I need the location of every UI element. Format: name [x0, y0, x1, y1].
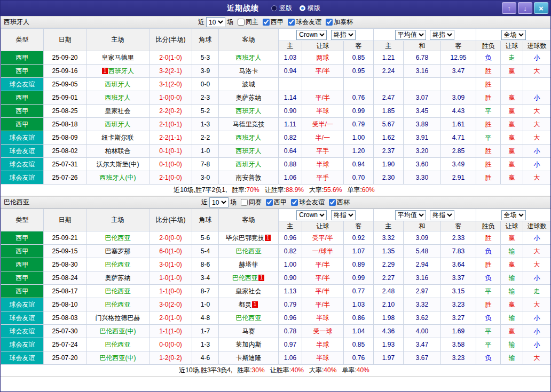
avg-draw-cell: 3.16 [404, 271, 441, 285]
team-name: 巴伦西亚 [105, 234, 131, 242]
odds-company-select[interactable]: Crown [296, 210, 327, 220]
checkbox-input[interactable] [241, 199, 248, 206]
checkbox-input[interactable] [263, 19, 270, 26]
date-cell: 25-09-01 [44, 91, 86, 105]
card-badge: 1 [102, 68, 108, 74]
filter-laliga-checkbox[interactable]: 西甲 [266, 198, 287, 207]
handicap-result-cell: 赢 [501, 131, 523, 145]
checkbox-input[interactable] [291, 199, 298, 206]
checkbox-input[interactable] [326, 19, 333, 26]
wdl-result-cell: 平 [476, 105, 501, 118]
col-header-score: 比分(半场) [149, 209, 192, 231]
avg-final-select[interactable]: 终指 [430, 210, 454, 220]
avg-home-cell: 1.90 [374, 158, 404, 171]
home-team-cell: 巴塞罗那 [86, 245, 149, 258]
scope-select[interactable]: 全场 [501, 30, 526, 40]
away-team-cell: 都灵1 [219, 298, 279, 311]
handicap-cell: 平手 [302, 145, 344, 158]
stat-value: 70% [247, 186, 259, 194]
date-cell: 25-08-10 [44, 298, 86, 311]
stat-value: 88.9% [286, 186, 304, 194]
col-header-result-goals: 进球数 [523, 221, 551, 231]
filter-bar: 近 10 场 同主 西甲 球会友谊 加泰杯 [1, 17, 550, 28]
summary-prefix: 近10场,胜3平3负4, [179, 366, 232, 375]
summary-stat: 单率:60% [347, 186, 374, 195]
league-cell: 球会友谊 [1, 298, 44, 311]
avg-final-select[interactable]: 终指 [430, 30, 454, 40]
handicap-result-cell: 走 [501, 51, 523, 65]
corner-cell: 2-2 [192, 131, 219, 145]
col-header-odds-home: 主 [279, 41, 302, 51]
filter-laliga-checkbox[interactable]: 西甲 [263, 18, 284, 27]
team-name: 巴伦西亚 [105, 261, 131, 268]
odds-final-select[interactable]: 终指 [331, 30, 356, 40]
col-header-home: 主场 [86, 209, 149, 231]
matches-label: 场 [230, 198, 237, 207]
filter-cup-checkbox[interactable]: 西杯 [329, 198, 350, 207]
view-option-vertical[interactable]: 竖版 [271, 4, 292, 13]
filter-same-checkbox[interactable]: 同主 [238, 18, 258, 27]
away-team-cell: 奥萨苏纳 [219, 91, 279, 105]
league-cell: 球会友谊 [1, 351, 44, 365]
filter-cup-checkbox[interactable]: 加泰杯 [326, 18, 353, 27]
team-name: 柏林联合 [105, 147, 131, 155]
view-option-horizontal[interactable]: 横版 [300, 4, 320, 13]
date-cell: 25-09-20 [44, 51, 86, 65]
home-odds-cell: 0.90 [279, 105, 302, 118]
away-team-cell: 西班牙人 [219, 131, 279, 145]
avg-away-cell [441, 78, 476, 91]
col-header-type: 类型 [1, 29, 44, 51]
close-button[interactable]: × [534, 2, 548, 14]
filter-same-checkbox[interactable]: 同赛 [241, 198, 262, 207]
filter-label: 球会友谊 [296, 18, 321, 27]
filter-friendly-checkbox[interactable]: 球会友谊 [288, 18, 321, 27]
filter-label: 加泰杯 [334, 18, 353, 27]
odds-final-select[interactable]: 终指 [331, 210, 356, 220]
window-title: 近期战绩 [227, 4, 259, 13]
score-cell: 3-2(2-1) [149, 65, 192, 78]
date-cell: 25-08-03 [44, 311, 86, 325]
league-cell: 西甲 [1, 245, 44, 258]
table-head: 类型 日期 主场 比分(半场) 角球 客场 Crown 终指 平均值 终指 全场 [1, 209, 551, 231]
home-odds-cell: 1.11 [279, 118, 302, 131]
col-header-result-handicap: 让球 [501, 41, 523, 51]
scope-select[interactable]: 全场 [501, 210, 526, 220]
avg-home-cell: 1.85 [374, 105, 404, 118]
scroll-down-button[interactable]: ↓ [518, 2, 532, 14]
avg-away-cell: 3.27 [441, 311, 476, 325]
avg-select[interactable]: 平均值 [395, 210, 426, 220]
radio-icon[interactable] [300, 5, 305, 11]
date-cell: 25-08-09 [44, 131, 86, 145]
home-odds-cell: 1.14 [279, 91, 302, 105]
col-header-odds-away: 客 [344, 221, 374, 231]
handicap-cell: 半球 [302, 158, 344, 171]
corner-cell: 1-0 [192, 145, 219, 158]
checkbox-input[interactable] [238, 19, 245, 26]
matches-tbody: 西甲25-09-21巴伦西亚2-0(0-0)5-6毕尔巴鄂竞技10.96受平/半… [1, 231, 551, 365]
match-count-select[interactable]: 10 [209, 197, 229, 207]
stat-label: 大率: [309, 366, 324, 374]
col-header-date: 日期 [44, 209, 86, 231]
league-cell: 西甲 [1, 105, 44, 118]
home-team-cell: 西班牙人 [86, 118, 149, 131]
away-team-cell: 毕尔巴鄂竞技1 [219, 231, 279, 245]
team-name: 西班牙人 [236, 134, 262, 141]
away-team-cell: 西班牙人 [219, 105, 279, 118]
avg-home-cell: 2.37 [374, 145, 404, 158]
summary-stat: 大率:55.6% [309, 186, 342, 195]
checkbox-input[interactable] [288, 19, 295, 26]
match-count-select[interactable]: 10 [206, 17, 225, 27]
filter-friendly-checkbox[interactable]: 球会友谊 [291, 198, 325, 207]
radio-icon[interactable] [271, 5, 277, 11]
avg-away-cell: 2.33 [441, 231, 476, 245]
avg-select[interactable]: 平均值 [395, 30, 426, 40]
checkbox-input[interactable] [329, 199, 336, 206]
away-odds-cell: 0.99 [344, 271, 374, 285]
avg-away-cell: 3.37 [441, 271, 476, 285]
checkbox-input[interactable] [266, 199, 273, 206]
handicap-result-cell: 赢 [501, 105, 523, 118]
scroll-up-button[interactable]: ↑ [502, 2, 516, 14]
team-name: 巴伦西亚(中) [100, 354, 136, 362]
odds-company-select[interactable]: Crown [296, 30, 327, 40]
home-odds-cell: 0.96 [279, 311, 302, 325]
